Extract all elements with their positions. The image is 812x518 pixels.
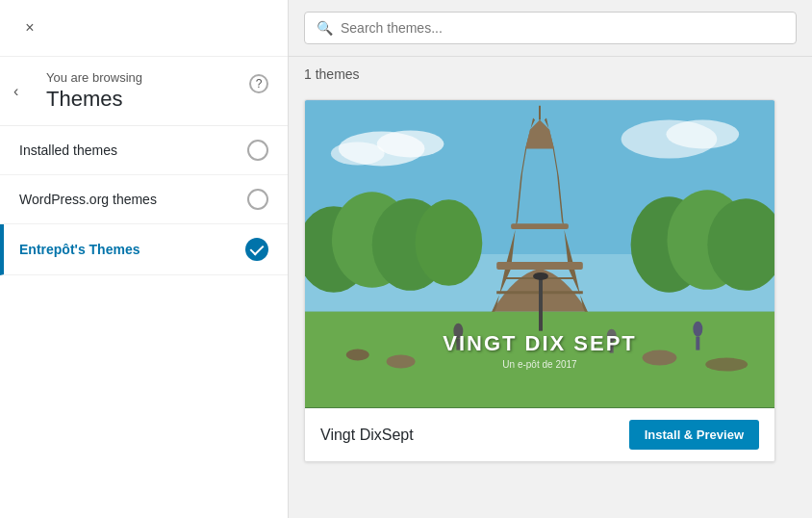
svg-rect-15 <box>511 223 569 229</box>
sidebar-item-entrepot-label: Entrepôt's Themes <box>19 242 245 257</box>
theme-screenshot: VINGT DIX SEPT Un e-pôt de 2017 <box>305 100 774 408</box>
svg-point-28 <box>387 355 416 369</box>
browsing-info: You are browsing Themes <box>46 70 142 112</box>
themes-count: 1 themes <box>289 57 812 91</box>
search-icon: 🔍 <box>317 20 333 36</box>
wordpress-org-radio <box>247 189 268 210</box>
svg-point-10 <box>416 199 483 286</box>
install-preview-button[interactable]: Install & Preview <box>629 420 759 450</box>
search-bar: 🔍 <box>304 12 797 44</box>
search-bar-wrap: 🔍 <box>289 0 812 57</box>
sidebar-nav: Installed themes WordPress.org themes En… <box>0 126 288 518</box>
theme-overlay: VINGT DIX SEPT Un e-pôt de 2017 <box>443 331 637 370</box>
browsing-title: Themes <box>46 87 142 112</box>
svg-point-24 <box>693 322 702 337</box>
svg-point-3 <box>377 131 444 158</box>
browsing-label: You are browsing <box>46 70 142 87</box>
theme-card: VINGT DIX SEPT Un e-pôt de 2017 Vingt Di… <box>304 99 775 462</box>
themes-grid: VINGT DIX SEPT Un e-pôt de 2017 Vingt Di… <box>289 91 812 518</box>
theme-overlay-title: VINGT DIX SEPT <box>443 331 637 356</box>
help-icon[interactable]: ? <box>249 74 268 93</box>
close-icon[interactable]: × <box>15 13 44 42</box>
svg-point-31 <box>533 272 548 280</box>
svg-rect-25 <box>696 337 699 350</box>
svg-point-29 <box>346 350 369 361</box>
svg-point-6 <box>666 120 739 149</box>
sidebar-item-wordpress-org[interactable]: WordPress.org themes <box>0 175 288 224</box>
sidebar-item-installed-label: Installed themes <box>19 142 247 158</box>
back-icon[interactable]: ‹ <box>13 83 18 100</box>
entrepot-check <box>245 238 268 261</box>
main-content: 🔍 1 themes <box>289 0 812 518</box>
sidebar-item-wordpress-org-label: WordPress.org themes <box>19 192 247 207</box>
svg-point-26 <box>643 350 677 366</box>
svg-point-27 <box>705 358 748 372</box>
sidebar-item-entrepot[interactable]: Entrepôt's Themes <box>0 224 288 275</box>
theme-overlay-sub: Un e-pôt de 2017 <box>443 359 637 370</box>
svg-rect-14 <box>496 262 583 270</box>
search-input[interactable] <box>341 20 784 36</box>
sidebar: × ‹ You are browsing Themes ? Installed … <box>0 0 289 518</box>
theme-name: Vingt DixSept <box>320 427 414 444</box>
sidebar-top-bar: × <box>0 0 288 57</box>
sidebar-item-installed[interactable]: Installed themes <box>0 126 288 175</box>
sidebar-header: ‹ You are browsing Themes ? <box>0 57 288 126</box>
theme-footer: Vingt DixSept Install & Preview <box>305 408 774 461</box>
svg-rect-30 <box>539 278 543 331</box>
svg-point-4 <box>331 142 385 165</box>
installed-radio <box>247 140 268 161</box>
